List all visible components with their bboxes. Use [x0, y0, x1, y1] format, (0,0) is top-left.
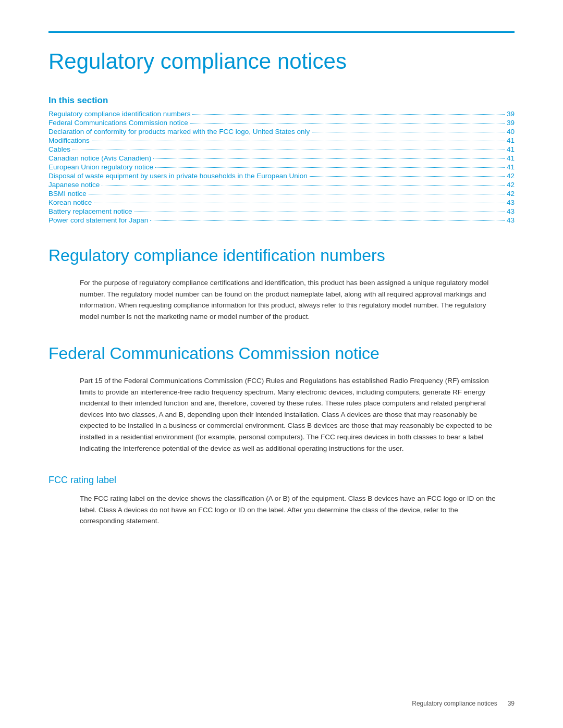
toc-link[interactable]: Declaration of conformity for products m…	[48, 128, 310, 135]
toc-page: 40	[507, 128, 515, 135]
toc-item: Cables41	[48, 145, 515, 153]
toc-page: 41	[507, 145, 515, 153]
toc-page: 43	[507, 199, 515, 206]
toc-page: 41	[507, 163, 515, 171]
toc-dots	[155, 167, 505, 168]
toc-item: Regulatory compliance identification num…	[48, 110, 515, 118]
subsection-heading-fcc-rating-label: FCC rating label	[48, 475, 515, 486]
toc-link[interactable]: Power cord statement for Japan	[48, 216, 148, 224]
footer: Regulatory compliance notices 39	[412, 700, 515, 707]
toc-link[interactable]: Modifications	[48, 137, 90, 144]
toc-item: Federal Communications Commission notice…	[48, 119, 515, 127]
toc-link[interactable]: Korean notice	[48, 199, 92, 206]
toc-link[interactable]: Federal Communications Commission notice	[48, 119, 188, 127]
toc-item: Declaration of conformity for products m…	[48, 128, 515, 135]
toc-link[interactable]: Japanese notice	[48, 181, 100, 189]
toc-dots	[72, 150, 505, 150]
toc-item: Korean notice43	[48, 199, 515, 206]
toc-dots	[153, 158, 505, 159]
toc-page: 39	[507, 119, 515, 127]
toc-dots	[92, 141, 505, 141]
toc-link[interactable]: Battery replacement notice	[48, 207, 132, 215]
toc-dots	[102, 185, 505, 186]
footer-section-label: Regulatory compliance notices	[412, 700, 497, 707]
toc-page: 43	[507, 216, 515, 224]
toc-link[interactable]: Canadian notice (Avis Canadien)	[48, 154, 151, 162]
sections-block: Regulatory compliance identification num…	[48, 245, 515, 527]
toc-dots	[192, 114, 505, 115]
toc-link[interactable]: Regulatory compliance identification num…	[48, 110, 190, 118]
toc-link[interactable]: Cables	[48, 145, 70, 153]
toc-page: 42	[507, 172, 515, 180]
toc-page: 43	[507, 207, 515, 215]
section-body-fcc-notice: Part 15 of the Federal Communications Co…	[80, 375, 499, 454]
footer-page-number: 39	[508, 700, 515, 707]
toc-item: BSMI notice42	[48, 190, 515, 198]
toc-page: 42	[507, 190, 515, 198]
section-heading-fcc-notice: Federal Communications Commission notice	[48, 343, 515, 365]
in-this-section-block: In this section Regulatory compliance id…	[48, 95, 515, 224]
toc-page: 41	[507, 137, 515, 144]
toc-dots	[89, 194, 505, 194]
page-title: Regulatory compliance notices	[48, 48, 515, 75]
section-body-regulatory-id-numbers: For the purpose of regulatory compliance…	[80, 277, 499, 322]
section-heading-regulatory-id-numbers: Regulatory compliance identification num…	[48, 245, 515, 267]
in-this-section-heading: In this section	[48, 95, 515, 106]
toc-item: Canadian notice (Avis Canadien)41	[48, 154, 515, 162]
toc-item: Japanese notice42	[48, 181, 515, 189]
toc-dots	[312, 132, 505, 132]
toc-dots	[134, 212, 505, 212]
toc-item: Power cord statement for Japan43	[48, 216, 515, 224]
toc-page: 41	[507, 154, 515, 162]
toc-dots	[94, 203, 505, 203]
toc-list: Regulatory compliance identification num…	[48, 110, 515, 224]
toc-link[interactable]: Disposal of waste equipment by users in …	[48, 172, 308, 180]
toc-item: Modifications41	[48, 137, 515, 144]
toc-page: 39	[507, 110, 515, 118]
page-container: Regulatory compliance notices In this se…	[0, 0, 563, 589]
subsection-body-fcc-rating-label: The FCC rating label on the device shows…	[80, 493, 499, 527]
toc-link[interactable]: European Union regulatory notice	[48, 163, 153, 171]
section-regulatory-id-numbers: Regulatory compliance identification num…	[48, 245, 515, 322]
toc-dots	[150, 220, 505, 221]
toc-item: Disposal of waste equipment by users in …	[48, 172, 515, 180]
toc-page: 42	[507, 181, 515, 189]
toc-dots	[190, 123, 505, 124]
section-fcc-notice: Federal Communications Commission notice…	[48, 343, 515, 527]
toc-dots	[310, 176, 505, 177]
toc-item: European Union regulatory notice41	[48, 163, 515, 171]
toc-link[interactable]: BSMI notice	[48, 190, 87, 198]
top-border	[48, 31, 515, 33]
toc-item: Battery replacement notice43	[48, 207, 515, 215]
